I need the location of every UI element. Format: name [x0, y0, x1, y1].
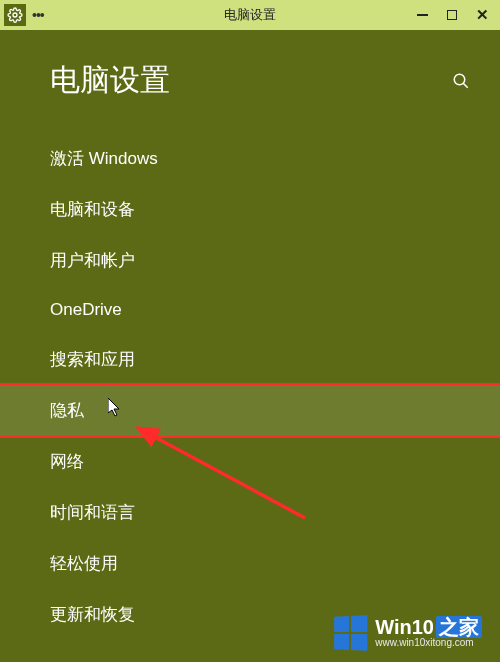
watermark-url: www.win10xitong.com [375, 638, 473, 649]
nav-item[interactable]: 电脑和设备 [0, 184, 500, 235]
watermark: Win10之家 www.win10xitong.com [333, 616, 482, 650]
nav-item[interactable]: 激活 Windows [0, 133, 500, 184]
nav-item-label: 用户和帐户 [50, 251, 135, 270]
titlebar-left: ••• [0, 4, 44, 26]
nav-item-label: 隐私 [50, 401, 84, 420]
nav-item-label: OneDrive [50, 300, 122, 319]
nav-item[interactable]: 网络 [0, 436, 500, 487]
cursor-icon [108, 398, 124, 418]
gear-icon[interactable] [4, 4, 26, 26]
nav-item[interactable]: 用户和帐户 [0, 235, 500, 286]
search-button[interactable] [450, 70, 472, 92]
page-title: 电脑设置 [50, 60, 450, 101]
watermark-text: Win10之家 www.win10xitong.com [375, 617, 482, 649]
nav-item[interactable]: 时间和语言 [0, 487, 500, 538]
titlebar: ••• 电脑设置 ✕ [0, 0, 500, 30]
svg-line-2 [463, 83, 468, 88]
system-menu-icon[interactable]: ••• [32, 8, 44, 22]
nav-item-label: 搜索和应用 [50, 350, 135, 369]
header-row: 电脑设置 [0, 60, 500, 101]
windows-logo-icon [334, 615, 367, 650]
content-area: 电脑设置 激活 Windows电脑和设备用户和帐户OneDrive搜索和应用隐私… [0, 30, 500, 640]
nav-list: 激活 Windows电脑和设备用户和帐户OneDrive搜索和应用隐私网络时间和… [0, 133, 500, 640]
close-button[interactable]: ✕ [474, 7, 490, 23]
window-title: 电脑设置 [224, 6, 276, 24]
nav-item-label: 激活 Windows [50, 149, 158, 168]
nav-item-label: 电脑和设备 [50, 200, 135, 219]
svg-point-0 [13, 13, 17, 17]
watermark-suffix: 之家 [436, 616, 482, 638]
nav-item[interactable]: 轻松使用 [0, 538, 500, 589]
window-controls: ✕ [414, 7, 500, 23]
svg-point-1 [454, 74, 465, 85]
nav-item-label: 更新和恢复 [50, 605, 135, 624]
nav-item-label: 网络 [50, 452, 84, 471]
nav-item[interactable]: 隐私 [0, 385, 500, 436]
search-icon [452, 72, 470, 90]
minimize-button[interactable] [414, 7, 430, 23]
nav-item[interactable]: 搜索和应用 [0, 334, 500, 385]
nav-item[interactable]: OneDrive [0, 286, 500, 334]
nav-item-label: 时间和语言 [50, 503, 135, 522]
maximize-button[interactable] [444, 7, 460, 23]
nav-item-label: 轻松使用 [50, 554, 118, 573]
watermark-brand: Win10 [375, 616, 434, 638]
